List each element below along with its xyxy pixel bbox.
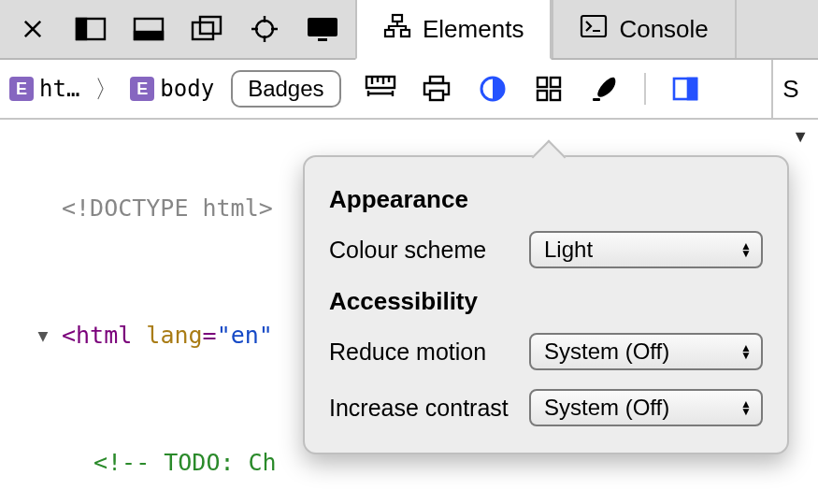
dock-bottom-icon[interactable] xyxy=(127,7,170,50)
console-icon xyxy=(580,14,608,44)
select-value: System (Off) xyxy=(544,395,669,421)
svg-rect-18 xyxy=(538,78,547,87)
elements-tree-icon xyxy=(383,13,411,45)
svg-rect-20 xyxy=(538,91,547,100)
paint-icon[interactable] xyxy=(586,70,624,108)
side-panel-peek: S xyxy=(771,60,809,118)
svg-rect-16 xyxy=(430,91,443,100)
element-badge-icon: E xyxy=(9,77,34,101)
svg-rect-7 xyxy=(308,18,337,36)
svg-rect-12 xyxy=(581,16,606,36)
close-icon[interactable] xyxy=(11,7,54,50)
select-value: Light xyxy=(544,237,593,263)
select-arrows-icon: ▲▼ xyxy=(740,400,752,415)
overflow-caret-icon[interactable]: ▼ xyxy=(792,127,809,147)
colour-scheme-select[interactable]: Light ▲▼ xyxy=(529,231,763,268)
side-panel-letter: S xyxy=(782,75,798,104)
device-icon[interactable] xyxy=(301,7,344,50)
tab-label: Elements xyxy=(423,15,524,44)
toolbar-icon-row xyxy=(362,70,704,108)
grid-icon[interactable] xyxy=(530,70,567,108)
tab-elements[interactable]: Elements xyxy=(355,0,552,60)
disclosure-down-icon[interactable]: ▼ xyxy=(32,320,54,352)
svg-rect-3 xyxy=(135,32,163,39)
tabstrip-left-tools xyxy=(0,0,344,58)
popover-section-accessibility: Accessibility xyxy=(329,287,763,316)
svg-rect-24 xyxy=(688,79,696,99)
svg-rect-21 xyxy=(551,91,560,100)
select-value: System (Off) xyxy=(544,338,669,365)
appearance-toggle-icon[interactable] xyxy=(474,70,511,108)
svg-rect-1 xyxy=(77,19,86,39)
colour-scheme-label: Colour scheme xyxy=(329,237,486,264)
svg-rect-19 xyxy=(551,78,560,87)
svg-rect-8 xyxy=(318,38,327,41)
toolbar-divider xyxy=(644,73,646,105)
elements-toolbar: E ht… 〉 E body Badges S xyxy=(0,60,818,120)
increase-contrast-select[interactable]: System (Off) ▲▼ xyxy=(529,389,763,426)
tab-console[interactable]: Console xyxy=(552,0,736,58)
undock-icon[interactable] xyxy=(185,7,228,50)
reduce-motion-label: Reduce motion xyxy=(329,338,486,366)
details-pane-icon[interactable] xyxy=(667,70,704,108)
tab-label: Console xyxy=(619,15,708,44)
select-arrows-icon: ▲▼ xyxy=(740,242,752,257)
reduce-motion-row: Reduce motion System (Off) ▲▼ xyxy=(329,333,763,370)
breadcrumb-text: body xyxy=(160,76,214,102)
svg-rect-13 xyxy=(366,77,395,88)
svg-rect-9 xyxy=(393,15,402,22)
print-icon[interactable] xyxy=(418,70,455,108)
svg-point-6 xyxy=(256,21,273,37)
increase-contrast-label: Increase contrast xyxy=(329,395,509,422)
popover-section-appearance: Appearance xyxy=(329,185,763,214)
element-badge-icon: E xyxy=(130,77,154,101)
reduce-motion-select[interactable]: System (Off) ▲▼ xyxy=(529,333,763,370)
increase-contrast-row: Increase contrast System (Off) ▲▼ xyxy=(329,389,763,426)
dom-tree-area: ▼ <!DOCTYPE html> ▼<html lang="en" <!-- … xyxy=(0,120,818,504)
breadcrumb-root[interactable]: E ht… xyxy=(9,76,79,102)
breadcrumb-separator-icon: 〉 xyxy=(89,73,121,106)
inspect-target-icon[interactable] xyxy=(243,7,286,50)
svg-rect-4 xyxy=(193,22,213,39)
breadcrumb-text: ht… xyxy=(39,76,79,102)
rendering-popover: Appearance Colour scheme Light ▲▼ Access… xyxy=(303,155,789,454)
breadcrumb-current[interactable]: E body xyxy=(130,76,214,102)
badges-button[interactable]: Badges xyxy=(231,70,340,108)
ruler-icon[interactable] xyxy=(362,70,399,108)
select-arrows-icon: ▲▼ xyxy=(740,344,752,359)
svg-rect-11 xyxy=(401,30,409,36)
colour-scheme-row: Colour scheme Light ▲▼ xyxy=(329,231,763,268)
svg-rect-5 xyxy=(200,17,221,34)
svg-rect-22 xyxy=(593,98,600,101)
devtools-tabstrip: Elements Console xyxy=(0,0,818,60)
svg-rect-10 xyxy=(385,30,394,36)
dock-left-icon[interactable] xyxy=(69,7,112,50)
